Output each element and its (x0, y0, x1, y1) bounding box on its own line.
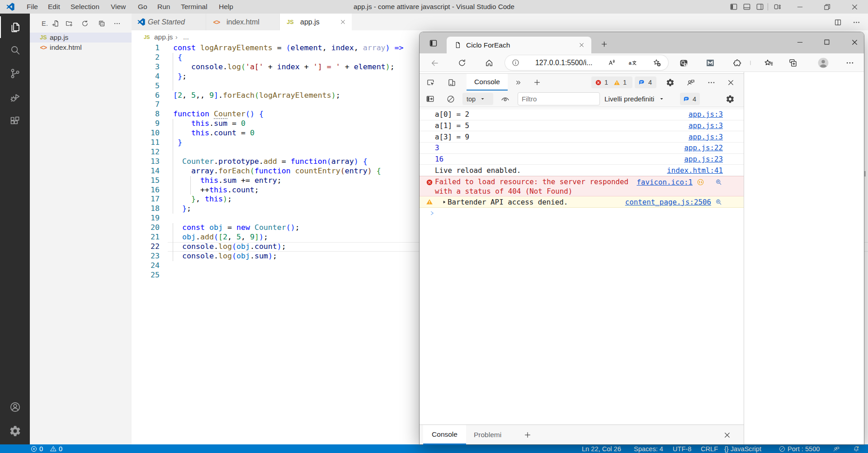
console-settings-button[interactable] (724, 93, 736, 105)
extension-m-icon[interactable] (704, 57, 717, 69)
explorer-action-new-folder[interactable] (63, 18, 75, 29)
status-port-5500[interactable]: Port : 5500 (778, 444, 820, 453)
devtools-messages-badge[interactable]: 4 (635, 76, 656, 88)
status-bell-dot[interactable] (853, 444, 860, 453)
titlebar-separator (768, 3, 768, 10)
devtools-tab-console[interactable]: Console (467, 74, 508, 91)
status-404-icon[interactable] (696, 178, 705, 186)
editor-tab-index.html[interactable]: <>index.html (206, 14, 280, 30)
status-ln-22-col-26[interactable]: Ln 22, Col 26 (582, 444, 621, 453)
devtools-feedback-button[interactable] (685, 77, 696, 88)
layout-sidebar-left-button[interactable] (728, 1, 740, 13)
browser-settings-more-button[interactable] (844, 57, 856, 69)
address-bar[interactable]: 127.0.0.1:5500/i...a (505, 55, 668, 70)
favorites-button[interactable] (762, 57, 775, 69)
breadcrumb-file[interactable]: app.js (154, 30, 173, 43)
devtools-settings-button[interactable] (665, 77, 675, 88)
console-source-link[interactable]: app.js:3 (689, 133, 723, 141)
extensions-puzzle-icon[interactable] (731, 57, 743, 69)
profile-avatar[interactable] (817, 57, 830, 69)
new-tab-button[interactable] (596, 36, 612, 52)
drawer-tab-console[interactable]: Console (423, 425, 466, 445)
devtools-more-button[interactable] (706, 77, 717, 88)
activitybar-manage[interactable] (0, 420, 30, 442)
read-aloud-icon[interactable] (604, 57, 617, 69)
explorer-action-refresh[interactable] (79, 18, 91, 29)
window-restore-button[interactable] (821, 1, 833, 13)
editor-tab-get-started[interactable]: Get Started (132, 14, 206, 30)
console-source-link[interactable]: index.html:41 (667, 166, 723, 175)
console-source-link[interactable]: favicon.ico:1 (637, 178, 693, 186)
live-expression-eye-button[interactable] (499, 93, 511, 105)
window-close-button[interactable] (849, 1, 860, 13)
reload-button[interactable] (456, 57, 468, 69)
more-tabs-icon[interactable] (513, 77, 523, 87)
browser-minimize-button[interactable] (792, 34, 808, 50)
activitybar-explorer[interactable] (0, 16, 30, 38)
console-messages-badge[interactable]: 4 (680, 93, 700, 105)
editor-actions-more-button[interactable] (850, 16, 862, 28)
url-text[interactable]: 127.0.0.1:5500/i... (535, 55, 592, 70)
devtools-issues-badge[interactable]: 11 (591, 76, 632, 88)
layout-customize-button[interactable] (772, 1, 783, 13)
activitybar-search[interactable] (0, 39, 30, 61)
extension-app-icon[interactable] (677, 57, 690, 69)
devtools-close-button[interactable] (725, 77, 736, 88)
back-button[interactable] (428, 57, 441, 69)
home-button[interactable] (483, 57, 495, 69)
split-editor-button[interactable] (832, 16, 844, 28)
status-spaces-4[interactable]: Spaces: 4 (634, 444, 663, 453)
status-feedback[interactable] (833, 444, 840, 453)
editor-tab-app.js[interactable]: JSapp.js (280, 14, 352, 30)
devtools-inspect-button[interactable] (425, 77, 436, 88)
tab-close-icon[interactable] (578, 42, 585, 48)
status-javascript[interactable]: {} JavaScript (724, 444, 761, 453)
editor-scrollbar-thumb[interactable] (864, 171, 866, 176)
translate-icon[interactable]: a (626, 57, 638, 69)
file-item-index.html[interactable]: <>index.html (30, 43, 132, 52)
explorer-action-new-file[interactable] (50, 18, 61, 29)
console-prompt-row[interactable] (420, 208, 744, 219)
console-source-link[interactable]: content_page.js:2506 (625, 198, 711, 206)
activitybar-source-control[interactable] (0, 62, 30, 84)
search-similar-icon[interactable] (714, 178, 723, 186)
status-0[interactable]: 0 (50, 444, 62, 453)
console-filter-input[interactable]: Filtro (518, 92, 600, 105)
browser-close-button[interactable] (846, 34, 863, 50)
status-0[interactable]: 0 (30, 444, 43, 453)
explorer-action-ellipsis[interactable] (111, 18, 123, 29)
browser-tab[interactable]: Ciclo ForEach (447, 37, 591, 53)
console-source-link[interactable]: app.js:22 (684, 143, 723, 152)
console-source-link[interactable]: app.js:3 (689, 121, 723, 130)
status-crlf[interactable]: CRLF (701, 444, 718, 453)
tab-actions-menu-button[interactable] (425, 35, 441, 51)
site-info-icon[interactable] (509, 57, 522, 69)
layout-panel-button[interactable] (741, 1, 753, 13)
activitybar-accounts[interactable] (0, 396, 30, 418)
file-item-app.js[interactable]: JSapp.js (30, 33, 132, 43)
drawer-add-tab-button[interactable] (522, 429, 533, 440)
devtools-add-tab-button[interactable] (532, 77, 542, 88)
status-utf-8[interactable]: UTF-8 (673, 444, 691, 453)
activitybar-run-and-debug[interactable] (0, 86, 30, 108)
clear-console-button[interactable] (445, 93, 456, 105)
devtools-device-toolbar-button[interactable] (446, 77, 458, 88)
console-source-link[interactable]: app.js:3 (689, 110, 723, 119)
add-favorite-icon[interactable] (651, 57, 663, 69)
window-minimize-button[interactable] (794, 1, 806, 13)
activitybar-extensions[interactable] (0, 110, 30, 132)
breadcrumb-symbol[interactable]: ... (183, 30, 189, 43)
log-levels-selector[interactable]: Livelli predefiniti (604, 91, 665, 107)
devtools-panel: Console114 topFiltroLivelli predefiniti4… (420, 72, 744, 444)
search-similar-icon[interactable] (714, 198, 723, 206)
console-sidebar-toggle[interactable] (425, 93, 436, 105)
drawer-tab-problemi[interactable]: Problemi (468, 425, 507, 445)
layout-sidebar-right-button[interactable] (754, 1, 766, 13)
tab-close-icon[interactable] (340, 19, 346, 25)
console-source-link[interactable]: app.js:23 (684, 155, 723, 163)
drawer-close-button[interactable] (722, 429, 732, 440)
browser-maximize-button[interactable] (819, 34, 835, 50)
collections-button[interactable] (787, 57, 799, 69)
explorer-action-collapse-all[interactable] (96, 18, 108, 29)
console-context-selector[interactable]: top (462, 93, 493, 105)
